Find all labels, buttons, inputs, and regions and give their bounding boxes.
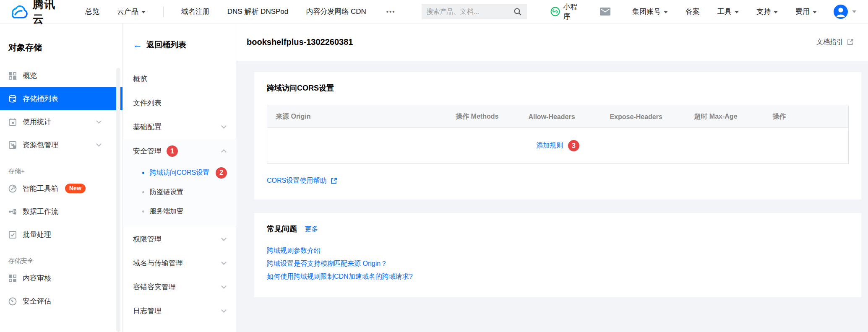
sidebar-item-content-audit[interactable]: 内容审核 xyxy=(0,267,123,290)
faq-link-cdn-restrict[interactable]: 如何使用跨域规则限制CDN加速域名的跨域请求? xyxy=(267,270,849,283)
chevron-down-icon xyxy=(774,11,778,13)
faq-more-link[interactable]: 更多 xyxy=(305,225,318,234)
bucket-item-permission-management[interactable]: 权限管理 xyxy=(123,227,236,251)
sidebar-item-label: 内容审核 xyxy=(23,273,51,283)
bucket-subitem-hotlink-protection[interactable]: 防盗链设置 xyxy=(123,182,236,202)
messages-icon[interactable] xyxy=(600,8,610,16)
bucket-item-label: 基础配置 xyxy=(133,122,162,132)
nav-overview[interactable]: 总览 xyxy=(85,7,99,16)
bucket-item-log-management[interactable]: 日志管理 xyxy=(123,299,236,323)
sidebar-item-resource-packages[interactable]: 资源包管理 xyxy=(0,133,123,156)
sidebar-item-usage-stats[interactable]: 使用统计 xyxy=(0,110,123,133)
bucket-item-file-list[interactable]: 文件列表 xyxy=(123,91,236,115)
search-box[interactable] xyxy=(422,4,527,19)
nav-divider xyxy=(163,6,164,17)
mini-program-entry[interactable]: 小程序 xyxy=(550,2,578,21)
faq-title: 常见问题 xyxy=(267,224,297,234)
bucket-subitem-cors-settings[interactable]: 跨域访问CORS设置 2 xyxy=(123,163,236,182)
sidebar-item-smart-toolbox[interactable]: 智能工具箱 New xyxy=(0,177,123,200)
chevron-down-icon xyxy=(221,283,227,289)
sidebar-item-batch-processing[interactable]: 批量处理 xyxy=(0,223,123,246)
account-menu[interactable] xyxy=(834,5,856,19)
avatar[interactable] xyxy=(834,5,848,19)
sidebar-item-bucket-list[interactable]: 存储桶列表 xyxy=(0,87,123,110)
brand-name: 腾讯云 xyxy=(33,0,56,26)
cors-help-link[interactable]: CORS设置使用帮助 xyxy=(267,176,326,185)
main-header: bookshelfplus-1302260381 文档指引 xyxy=(236,23,868,61)
bucket-item-fault-tolerance-management[interactable]: 容错容灾管理 xyxy=(123,275,236,299)
app-frame: 对象存储 概览 存储桶列表 使用统计 xyxy=(0,23,868,332)
main-content: 跨域访问CORS设置 来源 Origin 操作 Methods Allow-He… xyxy=(236,61,868,297)
product-sidebar: 对象存储 概览 存储桶列表 使用统计 xyxy=(0,23,123,332)
bucket-item-label: 容错容灾管理 xyxy=(133,282,176,292)
sidebar-item-label: 安全评估 xyxy=(23,296,51,306)
bucket-item-label: 日志管理 xyxy=(133,306,162,316)
bucket-item-security-management[interactable]: 安全管理 1 xyxy=(123,139,236,163)
batch-checkbox-icon xyxy=(8,231,17,239)
search-input[interactable] xyxy=(427,8,514,16)
nav-tools[interactable]: 工具 xyxy=(717,7,739,16)
faq-header: 常见问题 更多 xyxy=(267,224,849,234)
sidebar-item-label: 使用统计 xyxy=(23,117,51,127)
col-max-age: 超时 Max-Age xyxy=(686,106,764,128)
nav-group-account[interactable]: 集团账号 xyxy=(632,7,668,16)
sidebar-item-overview[interactable]: 概览 xyxy=(0,64,123,87)
chevron-down-icon xyxy=(96,141,102,147)
nav-cloud-products-label: 云产品 xyxy=(117,7,138,16)
workflow-icon xyxy=(8,208,17,216)
nav-icp-filing[interactable]: 备案 xyxy=(686,7,700,16)
back-to-bucket-list[interactable]: ← 返回桶列表 xyxy=(123,23,236,50)
billing-label: 费用 xyxy=(795,7,810,16)
bucket-item-label: 安全管理 xyxy=(133,146,162,156)
bucket-item-label: 文件列表 xyxy=(133,98,162,108)
external-link-icon xyxy=(847,39,854,46)
new-badge: New xyxy=(65,184,86,193)
faq-link-cors-params[interactable]: 跨域规则参数介绍 xyxy=(267,244,849,257)
section-storage-plus: 存储+ xyxy=(0,156,123,177)
tencent-cloud-logo[interactable]: 腾讯云 xyxy=(9,0,56,26)
external-link-icon xyxy=(330,177,337,184)
back-label: 返回桶列表 xyxy=(146,39,186,50)
chevron-down-icon xyxy=(221,307,227,313)
sidebar-scrollbar[interactable] xyxy=(116,68,120,332)
cors-rules-table: 来源 Origin 操作 Methods Allow-Headers Expos… xyxy=(267,106,849,164)
mini-program-icon xyxy=(550,7,560,16)
cors-card-title: 跨域访问CORS设置 xyxy=(267,83,849,93)
nav-right-group: 集团账号 备案 工具 支持 费用 xyxy=(615,7,817,16)
step-badge-1: 1 xyxy=(167,145,178,157)
calendar-icon xyxy=(8,118,17,126)
chevron-down-icon xyxy=(852,10,856,13)
nav-support[interactable]: 支持 xyxy=(756,7,778,16)
resource-package-icon xyxy=(8,141,17,149)
chevron-down-icon xyxy=(141,11,146,13)
chevron-down-icon xyxy=(221,236,227,241)
nav-dns-dnspod[interactable]: DNS 解析 DNSPod xyxy=(227,7,288,16)
nav-cloud-products[interactable]: 云产品 xyxy=(117,7,146,16)
chevron-down-icon xyxy=(813,11,817,13)
nav-domain-registration[interactable]: 域名注册 xyxy=(181,7,210,16)
bucket-item-label: 权限管理 xyxy=(133,234,162,244)
mini-program-label: 小程序 xyxy=(563,2,578,21)
chevron-down-icon xyxy=(664,11,668,13)
sidebar-item-label: 资源包管理 xyxy=(23,140,58,150)
doc-guide-link[interactable]: 文档指引 xyxy=(816,38,854,47)
bucket-subitem-server-side-encryption[interactable]: 服务端加密 xyxy=(123,202,236,221)
cors-settings-card: 跨域访问CORS设置 来源 Origin 操作 Methods Allow-He… xyxy=(254,72,861,200)
more-menu-icon[interactable]: ••• xyxy=(386,8,396,15)
sidebar-item-data-workflow[interactable]: 数据工作流 xyxy=(0,200,123,223)
col-expose-headers: Expose-Headers xyxy=(601,106,686,128)
search-icon[interactable] xyxy=(514,8,522,16)
faq-link-fuzzy-origin[interactable]: 跨域设置是否支持模糊匹配来源 Origin？ xyxy=(267,257,849,270)
nav-billing[interactable]: 费用 xyxy=(795,7,817,16)
sidebar-item-label: 存储桶列表 xyxy=(23,94,58,104)
add-rule-button[interactable]: 添加规则 xyxy=(536,141,563,150)
bucket-item-basic-config[interactable]: 基础配置 xyxy=(123,115,236,139)
bucket-item-domain-transfer-management[interactable]: 域名与传输管理 xyxy=(123,251,236,275)
nav-cdn[interactable]: 内容分发网络 CDN xyxy=(306,7,366,16)
sidebar-item-security-assessment[interactable]: 安全评估 xyxy=(0,290,123,313)
bullet-icon xyxy=(142,210,144,213)
nav-overview-label: 总览 xyxy=(85,7,99,16)
overview-grid-icon xyxy=(8,72,17,80)
security-management-group: 安全管理 1 跨域访问CORS设置 2 防盗链设置 服务端加密 xyxy=(123,139,236,227)
bucket-item-overview[interactable]: 概览 xyxy=(123,67,236,91)
